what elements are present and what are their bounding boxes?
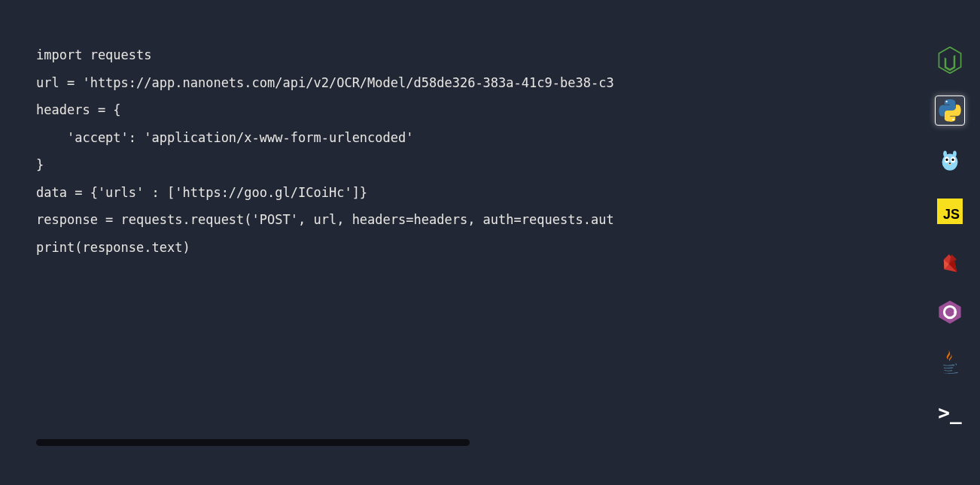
svg-point-7	[945, 159, 948, 161]
nodejs-icon	[938, 47, 962, 74]
java-icon	[939, 349, 960, 376]
ruby-icon	[939, 250, 961, 273]
svg-point-10	[949, 162, 951, 164]
javascript-icon: JS	[937, 199, 963, 224]
python-icon	[939, 99, 961, 122]
golang-language-button[interactable]	[935, 146, 965, 176]
code-line: }	[36, 151, 856, 179]
nodejs-language-button[interactable]	[935, 45, 965, 75]
shell-language-button[interactable]: >_	[935, 398, 965, 428]
svg-point-4	[953, 150, 957, 156]
language-selector-sidebar: JS # >_	[935, 45, 965, 428]
golang-icon	[938, 149, 962, 173]
svg-point-0	[945, 101, 947, 102]
svg-point-1	[952, 119, 954, 120]
python-language-button[interactable]	[935, 95, 965, 126]
javascript-language-button[interactable]: JS	[935, 196, 965, 226]
horizontal-scrollbar[interactable]	[36, 439, 470, 446]
java-language-button[interactable]	[935, 347, 965, 377]
svg-point-3	[943, 150, 947, 156]
csharp-icon: #	[938, 300, 962, 324]
code-editor[interactable]: import requestsurl = 'https://app.nanone…	[0, 0, 892, 302]
svg-point-8	[951, 159, 954, 161]
terminal-icon: >_	[938, 402, 961, 424]
code-line: import requests	[36, 41, 856, 69]
code-line: 'accept': 'application/x-www-form-urlenc…	[36, 124, 856, 152]
svg-text:#: #	[954, 309, 957, 314]
csharp-language-button[interactable]: #	[935, 297, 965, 327]
code-line: headers = {	[36, 96, 856, 124]
code-line: response = requests.request('POST', url,…	[36, 206, 856, 234]
code-line: data = {'urls' : ['https://goo.gl/ICoiHc…	[36, 179, 856, 207]
code-line: print(response.text)	[36, 234, 856, 262]
ruby-language-button[interactable]	[935, 247, 965, 277]
code-line: url = 'https://app.nanonets.com/api/v2/O…	[36, 69, 856, 97]
